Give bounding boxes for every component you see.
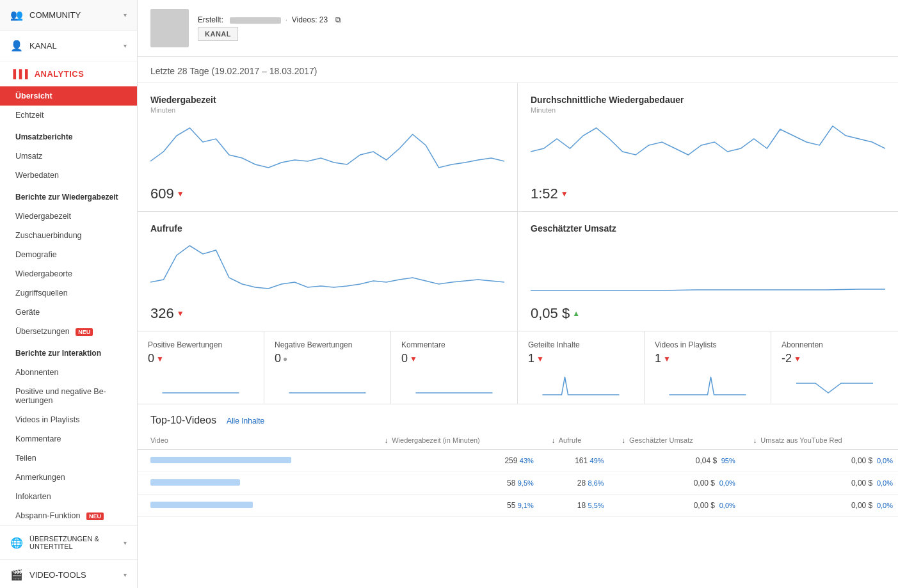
cell-wiedergabezeit: 58 9,5% bbox=[372, 472, 539, 495]
video-title-bar bbox=[150, 479, 240, 486]
channel-meta: Erstellt: · Videos: 23 ⧉ bbox=[198, 15, 341, 24]
uebersetzungen-tools-label: ÜBERSETZUNGEN & UNTERTITEL bbox=[29, 535, 117, 550]
sidebar-item-umsatz[interactable]: Umsatz bbox=[0, 147, 137, 166]
community-icon: 👥 bbox=[10, 9, 23, 21]
col-red-label: Umsatz aus YouTube Red bbox=[760, 436, 842, 444]
sidebar-item-zuschauerbindung[interactable]: Zuschauerbindung bbox=[0, 226, 137, 245]
sidebar-item-abspann[interactable]: Abspann-Funktion NEU bbox=[0, 506, 137, 525]
sidebar-item-kommentare[interactable]: Kommentare bbox=[0, 429, 137, 449]
stat-abonnenten-title: Abonnenten bbox=[782, 340, 888, 349]
sidebar-item-uebersetzungen[interactable]: Übersetzungen NEU bbox=[0, 322, 137, 341]
charts-grid: Wiedergabezeit Minuten 609 ▼ Durchschnit… bbox=[138, 83, 898, 331]
auf-pct: 8,6% bbox=[588, 479, 604, 487]
channel-info: Erstellt: · Videos: 23 ⧉ KANAL bbox=[198, 15, 341, 41]
sidebar-community[interactable]: 👥 COMMUNITY ▾ bbox=[0, 0, 137, 30]
sidebar-item-werbedaten[interactable]: Werbedaten bbox=[0, 166, 137, 185]
col-umsatz-label: Geschätzter Umsatz bbox=[629, 436, 693, 444]
cell-wiedergabezeit: 55 9,1% bbox=[372, 495, 539, 517]
sort-red-icon: ↓ bbox=[753, 436, 757, 444]
table-row[interactable]: 259 43% 161 49% 0,04 $ 95% 0,00 $ 0,0% bbox=[138, 450, 898, 472]
col-wiedergabezeit[interactable]: ↓ Wiedergabezeit (in Minuten) bbox=[372, 431, 539, 450]
community-label: COMMUNITY bbox=[29, 10, 117, 20]
cell-aufrufe: 28 8,6% bbox=[539, 472, 609, 495]
kanal-label: KANAL bbox=[29, 41, 117, 51]
stat-abonnenten-value: -2 ▼ bbox=[782, 352, 888, 365]
table-row[interactable]: 55 9,1% 18 5,5% 0,00 $ 0,0% 0,00 $ 0,0% bbox=[138, 495, 898, 517]
sidebar-uebersetzungen-tools[interactable]: 🌐 ÜBERSETZUNGEN & UNTERTITEL ▾ bbox=[0, 526, 137, 559]
cell-video-title bbox=[138, 495, 372, 517]
umsatz-value: 0,05 $ ▲ bbox=[531, 305, 885, 322]
sidebar-video-tools[interactable]: 🎬 VIDEO-TOOLS ▾ bbox=[0, 560, 137, 588]
auf-pct: 5,5% bbox=[588, 502, 604, 509]
sidebar-item-infokarten[interactable]: Infokarten bbox=[0, 487, 137, 506]
sidebar-kanal[interactable]: 👤 KANAL ▾ bbox=[0, 31, 137, 61]
sidebar-item-zugriffsquellen[interactable]: Zugriffsquellen bbox=[0, 283, 137, 303]
top-videos-all-link[interactable]: Alle Inhalte bbox=[227, 417, 264, 425]
wz-pct: 9,5% bbox=[518, 479, 534, 487]
sidebar-item-uebersicht[interactable]: Übersicht bbox=[0, 86, 137, 106]
aufrufe-chart-svg bbox=[150, 236, 504, 300]
kanal-chevron: ▾ bbox=[124, 42, 127, 49]
us-pct: 0,0% bbox=[719, 479, 735, 487]
wz-pct: 43% bbox=[520, 457, 534, 465]
uebersetzungen-chevron: ▾ bbox=[124, 539, 127, 546]
copy-icon[interactable]: ⧉ bbox=[335, 15, 341, 24]
kanal-button[interactable]: KANAL bbox=[198, 27, 238, 41]
sidebar-item-pos-neg[interactable]: Positive und negative Be­wertungen bbox=[0, 382, 137, 410]
stat-positive-title: Positive Bewertungen bbox=[148, 340, 253, 349]
erstellt-label: Erstellt: bbox=[198, 15, 223, 24]
channel-avatar bbox=[150, 9, 189, 47]
aufrufe-trend: ▼ bbox=[177, 309, 184, 318]
sidebar-item-echtzeit[interactable]: Echtzeit bbox=[0, 106, 137, 125]
kanal-icon: 👤 bbox=[10, 40, 23, 52]
chart-wiedergabezeit-subtitle: Minuten bbox=[150, 106, 504, 114]
sidebar-item-abonnenten[interactable]: Abonnenten bbox=[0, 363, 137, 382]
table-row[interactable]: 58 9,5% 28 8,6% 0,00 $ 0,0% 0,00 $ 0,0% bbox=[138, 472, 898, 495]
col-aufrufe[interactable]: ↓ Aufrufe bbox=[539, 431, 609, 450]
avg-number: 1:52 bbox=[531, 186, 558, 202]
cell-red-umsatz: 0,00 $ 0,0% bbox=[741, 472, 898, 495]
kommentare-mini-chart bbox=[401, 370, 507, 396]
table-header-row: Video ↓ Wiedergabezeit (in Minuten) ↓ Au… bbox=[138, 431, 898, 450]
sidebar-item-demografie[interactable]: Demografie bbox=[0, 245, 137, 264]
sidebar-item-wiedergabezeit[interactable]: Wiedergabezeit bbox=[0, 207, 137, 226]
avg-trend: ▼ bbox=[561, 189, 568, 198]
chart-avg-title: Durchschnittliche Wiedergabedauer bbox=[531, 95, 885, 105]
abspann-badge: NEU bbox=[86, 513, 104, 520]
analytics-icon: ▐▐▐ bbox=[10, 69, 28, 79]
aufrufe-value: 326 ▼ bbox=[150, 305, 504, 322]
red-pct: 0,0% bbox=[877, 502, 893, 509]
cell-umsatz: 0,00 $ 0,0% bbox=[609, 472, 741, 495]
top-videos-title: Top-10-Videos bbox=[150, 415, 216, 426]
sidebar-item-wiedergabeorte[interactable]: Wiedergabeorte bbox=[0, 264, 137, 283]
cell-wiedergabezeit: 259 43% bbox=[372, 450, 539, 472]
stat-videos-playlists-value: 1 ▼ bbox=[655, 352, 760, 365]
cell-red-umsatz: 0,00 $ 0,0% bbox=[741, 495, 898, 517]
avg-wiedergabedauer-value: 1:52 ▼ bbox=[531, 186, 885, 202]
community-chevron: ▾ bbox=[124, 12, 127, 19]
analytics-label: ANALYTICS bbox=[35, 69, 84, 79]
chart-umsatz: Geschätzter Umsatz 0,05 $ ▲ bbox=[518, 212, 898, 331]
wiedergabezeit-chart-svg bbox=[150, 116, 504, 180]
cell-video-title bbox=[138, 472, 372, 495]
stat-kommentare-value: 0 ▼ bbox=[401, 352, 507, 365]
chart-wiedergabezeit: Wiedergabezeit Minuten 609 ▼ bbox=[138, 83, 518, 212]
stat-abonnenten: Abonnenten -2 ▼ bbox=[771, 331, 898, 404]
col-video-label: Video bbox=[150, 436, 168, 444]
top-videos-header: Top-10-Videos Alle Inhalte bbox=[138, 404, 898, 431]
col-red-umsatz[interactable]: ↓ Umsatz aus YouTube Red bbox=[741, 431, 898, 450]
col-wiedergabezeit-label: Wiedergabezeit (in Minuten) bbox=[392, 436, 480, 444]
uebersetzungen-badge: NEU bbox=[76, 328, 93, 336]
col-umsatz[interactable]: ↓ Geschätzter Umsatz bbox=[609, 431, 741, 450]
cell-red-umsatz: 0,00 $ 0,0% bbox=[741, 450, 898, 472]
sidebar-item-videos-playlists[interactable]: Videos in Playlists bbox=[0, 410, 137, 429]
stat-geteilte-value: 1 ▼ bbox=[528, 352, 634, 365]
negative-mini-chart bbox=[275, 370, 380, 396]
sidebar-item-anmerkungen[interactable]: Anmerkungen bbox=[0, 468, 137, 487]
umsatz-trend: ▲ bbox=[572, 309, 580, 318]
date-range-text: Letzte 28 Tage (19.02.2017 – 18.03.2017) bbox=[150, 66, 317, 76]
playlists-trend: ▼ bbox=[663, 354, 671, 363]
sidebar-item-teilen[interactable]: Teilen bbox=[0, 449, 137, 468]
stat-positive-bewertungen: Positive Bewertungen 0 ▼ bbox=[138, 331, 264, 404]
sidebar-item-geraete[interactable]: Geräte bbox=[0, 303, 137, 322]
